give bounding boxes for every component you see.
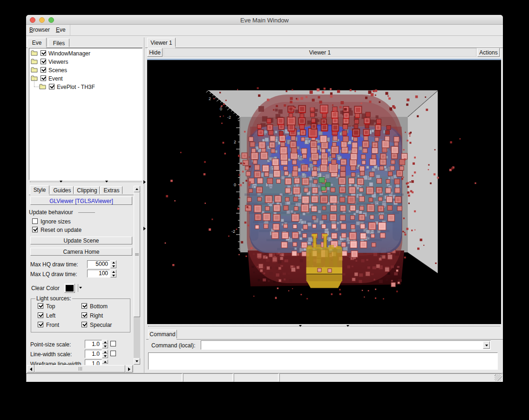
svg-text:-2: -2	[227, 115, 231, 120]
svg-text:2: 2	[234, 140, 236, 144]
svg-text:0: 0	[220, 107, 222, 111]
svg-text:-2: -2	[231, 229, 235, 234]
svg-text:2: 2	[209, 96, 211, 101]
svg-text:0: 0	[234, 183, 236, 187]
